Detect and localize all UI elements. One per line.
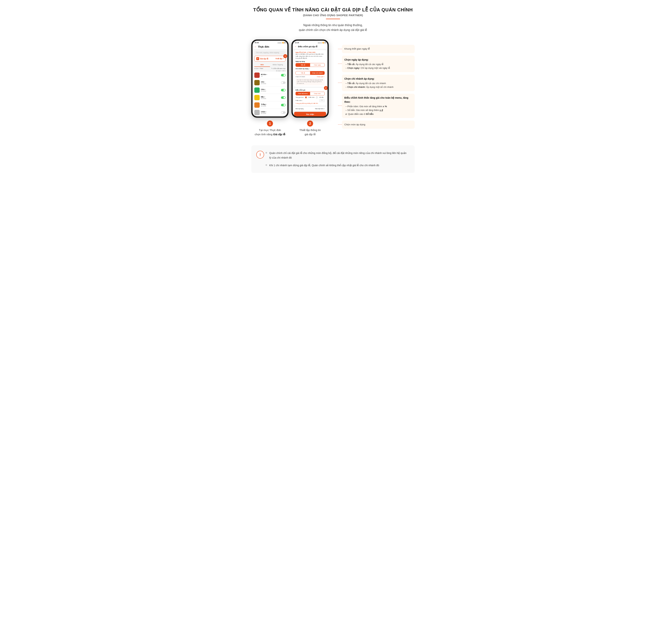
annotation-box-1: Khung thời gian ngày lễ: [342, 45, 415, 53]
menu-item-che[interactable]: Chè › 20.000đ: [252, 79, 287, 86]
badge-2: 2: [324, 86, 328, 90]
annotation-box-4: Điều chỉnh hình thức tăng giá cho toàn b…: [342, 94, 415, 118]
menu-price-com: 30.000đ: [261, 90, 280, 92]
menu-items-list: Mì tôm › 1đ Chè › 20.000đ: [252, 72, 287, 116]
battery2-icon: ▮: [325, 42, 326, 44]
toolbar-left[interactable]: ≡ Vị trí + Thêm: [254, 68, 263, 69]
toolbar-right[interactable]: ✎ Chỉnh sửa danh mục: [271, 68, 285, 69]
note-item-1: Quán chính chỉ cài đặt giá lễ cho những …: [265, 151, 408, 160]
page-subtitle: (DÀNH CHO ỨNG DỤNG SHOPEE PARTNER): [251, 14, 415, 17]
annotation-line-4-2: x: Quán điền vào ô Số tiền: [346, 112, 412, 116]
toggle-che[interactable]: [281, 81, 285, 84]
menu-item-chien[interactable]: Chiên › 50.000đ: [252, 109, 287, 116]
mon-ap-dung-row: Món áp dụng Toàn bộ menu >: [294, 107, 326, 111]
btn-toan-bo-menu[interactable]: Toàn bộ menu: [296, 92, 310, 95]
annotation-title-4: Điều chỉnh hình thức tăng giá cho toàn b…: [344, 96, 412, 104]
date-range-label: Ngày lễ: 25 Th01 - 2 Th02, 2025: [296, 52, 325, 53]
menu-info-chien: Chiên › 50.000đ: [261, 111, 280, 114]
menu-thumb-chien: [254, 110, 260, 115]
menu-name-com: Cơm ›: [261, 88, 280, 90]
phan-tram-label: Phần trăm: [308, 97, 315, 98]
chon-chi-nhanh-label: Chọn chi nhánh: [296, 76, 305, 78]
xac-nhan-button[interactable]: Xác nhận: [294, 112, 326, 117]
phone2-header: ← Điều chỉnh giá dịp lễ: [293, 44, 328, 49]
menu-name-mitom: Mì tôm ›: [261, 73, 280, 75]
wifi-icon: 📶: [282, 42, 284, 44]
btn-group-dieu-chinh: Toàn bộ menu Chọn món: [296, 92, 325, 96]
menu-thumb-trung: [254, 102, 260, 108]
dieu-chinh-section: Điều chỉnh giá Toàn bộ menu Chọn món Tăn…: [294, 88, 326, 106]
btn-chon-ngay[interactable]: Chọn ngày: [310, 63, 325, 67]
menu-item-mitom[interactable]: Mì tôm › 1đ: [252, 72, 287, 79]
annotation-box-3: Chọn chi nhánh áp dụng: – Tất cả: Áp dụn…: [342, 75, 415, 91]
bullet-2: [265, 164, 267, 166]
btn-chon-chi-nhanh[interactable]: Chọn chi nhánh: [310, 71, 325, 75]
menu-price-dau: 50.000đ: [261, 98, 280, 99]
phone1-time: 00:45: [255, 42, 259, 44]
step2-circle: 2: [307, 120, 313, 126]
phone1-screen: 00:45 ▲▲▲ 📶 ▮ ← Thực đơn: [252, 41, 287, 116]
menu-info-dau: Đậu › 50.000đ: [261, 96, 280, 99]
gia-dip-le-label: 🏷 Giá dịp lễ: [256, 57, 268, 60]
menu-item-trung[interactable]: Trứng › 65.000đ: [252, 102, 287, 108]
menu-name-che: Chè ›: [261, 81, 280, 83]
btn-chon-mon[interactable]: Chọn món: [310, 92, 325, 95]
annotation-text-5: Chọn món áp dụng: [344, 123, 365, 126]
radio-so-tien[interactable]: [316, 97, 318, 98]
annotation-line-4-1: – Số tiền: Giá món sẽ tăng thêm x đ: [346, 108, 412, 112]
back-arrow-icon[interactable]: ←: [254, 45, 257, 48]
phones-row: 00:45 ▲▲▲ 📶 ▮ ← Thực đơn: [251, 39, 329, 136]
chi-nhanh-info-icon: ℹ: [309, 68, 310, 69]
radio-phan-tram[interactable]: [305, 97, 307, 98]
gia-dip-le-icon: 🏷: [256, 57, 259, 60]
tab-nhom-topping[interactable]: Nhóm Topping: [270, 63, 285, 67]
chi-nhanh-warning: Khi một chi nhánh tạm dừng áp dụng giá d…: [296, 78, 325, 85]
toggle-chien[interactable]: [281, 111, 285, 114]
menu-item-dau[interactable]: Đậu › 50.000đ: [252, 94, 287, 101]
step2-desc: Thiết lập thông tin giá dịp lễ: [299, 128, 321, 136]
toggle-dau[interactable]: [281, 96, 285, 99]
mon-ap-dung-label: Món áp dụng: [296, 108, 303, 109]
phone1-header: ← Thực đơn: [252, 44, 287, 49]
annotation-line-4-0: – Phần trăm: Giá món sẽ tăng thêm x %: [346, 104, 412, 108]
note-text-2: Khi 1 chi nhánh tạm dừng giá dịp lễ, Quá…: [269, 163, 379, 168]
btn-tat-ca-chi-nhanh[interactable]: Tất cả: [296, 71, 310, 75]
menu-count: An toài ∨ 5/8 ∨: [252, 70, 287, 72]
phan-tram-input[interactable]: 0%: [319, 99, 325, 102]
note-text-1: Quán chính chỉ cài đặt giá lễ cho những …: [269, 151, 408, 160]
phone1-search[interactable]: Tìm món, topping, nhóm topping: [254, 51, 285, 54]
step1-circle: 1: [267, 120, 273, 126]
warning-pct: % tăng giá phải trong khoảng từ 1 đến 50…: [296, 103, 325, 104]
gia-dip-le-row[interactable]: 🏷 Giá dịp lễ Thiết lập > 1: [254, 56, 285, 62]
tang-gia-theo-row: Tăng giá theo Phần trăm Số tiền: [296, 97, 325, 98]
btn-group-chi-nhanh: Tất cả Chọn chi nhánh: [296, 71, 325, 75]
menu-info-trung: Trứng › 65.000đ: [261, 103, 280, 107]
search-placeholder: Tìm món, topping, nhóm topping: [256, 52, 279, 53]
section-chi-nhanh-label: Chi nhánh áp dụng ℹ: [296, 68, 310, 69]
annotation-text-1: Khung thời gian ngày lễ: [344, 48, 370, 50]
annotation-box-2: Chọn ngày áp dụng: – Tất cả: Áp dụng tất…: [342, 56, 415, 72]
thiet-lap-button[interactable]: Thiết lập >: [275, 58, 284, 60]
menu-item-com[interactable]: Cơm › 30.000đ: [252, 87, 287, 94]
menu-info-mitom: Mì tôm › 1đ: [261, 73, 280, 77]
header-divider: [326, 19, 340, 19]
btn-group-ngay: Tất cả Chọn ngày: [296, 63, 325, 67]
menu-info-com: Cơm › 30.000đ: [261, 88, 280, 92]
date-card: Ngày lễ: 25 Th01 - 2 Th02, 2025 Bạn có t…: [294, 50, 326, 87]
phone1-screen-title: Thực đơn: [258, 45, 269, 48]
annotation-title-3: Chọn chi nhánh áp dụng:: [344, 77, 412, 81]
phone1-tabs: Món Nhóm Topping: [254, 63, 285, 67]
toggle-trung[interactable]: [281, 104, 285, 106]
signal-icon: ▲▲▲: [277, 42, 282, 44]
menu-price-che: 20.000đ: [261, 83, 280, 84]
phone2-col: 12:18 ▲▲▲ 📶 ▮ ← Điều chỉnh giá dịp lễ: [292, 39, 329, 136]
back-arrow2-icon[interactable]: ←: [295, 45, 297, 48]
toggle-mitom[interactable]: [281, 74, 285, 77]
tab-mon[interactable]: Món: [254, 63, 270, 67]
btn-tat-ca-ngay[interactable]: Tất cả: [296, 63, 310, 67]
toggle-com[interactable]: [281, 89, 285, 91]
phone1-col: 00:45 ▲▲▲ 📶 ▮ ← Thực đơn: [251, 39, 288, 136]
phone2-screen: 12:18 ▲▲▲ 📶 ▮ ← Điều chỉnh giá dịp lễ: [293, 41, 328, 116]
annotation-line-3-0: – Tất cả: Áp dụng tất cả các chi nhánh: [346, 81, 412, 85]
chon-quan-button[interactable]: Chọn quán >: [317, 76, 325, 78]
